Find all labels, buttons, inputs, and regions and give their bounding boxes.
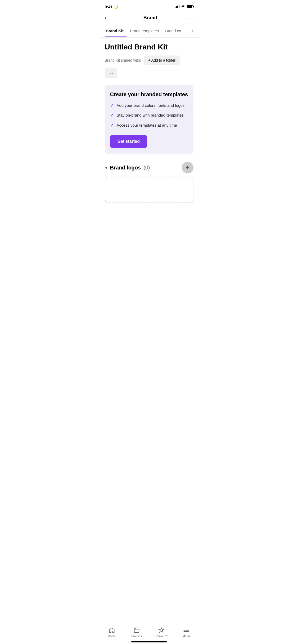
page-title: Untitled Brand Kit	[105, 43, 193, 51]
status-bar: 9:41 🌙	[100, 0, 199, 12]
moon-icon: 🌙	[114, 4, 118, 9]
tab-brand-kit[interactable]: Brand Kit	[105, 24, 127, 37]
get-started-button[interactable]: Get started	[110, 135, 147, 148]
status-time: 9:41	[105, 4, 113, 9]
tab-scroll-chevron[interactable]: ›	[192, 29, 193, 33]
status-icons	[175, 5, 193, 8]
brand-logos-count: (0)	[143, 165, 150, 171]
shared-more-button[interactable]: ···	[105, 68, 117, 78]
promo-list: ✓ Add your brand colors, fonts and logos…	[110, 103, 188, 128]
page-content: Untitled Brand Kit Brand Kit shared with…	[100, 38, 199, 154]
promo-card: Create your branded templates ✓ Add your…	[105, 85, 193, 154]
tab-bar: Brand Kit Brand templates Brand co ›	[100, 24, 199, 38]
promo-list-item: ✓ Add your brand colors, fonts and logos	[110, 103, 188, 109]
tab-brand-templates[interactable]: Brand templates	[127, 24, 162, 37]
add-to-folder-button[interactable]: + Add to a folder	[144, 56, 179, 65]
check-icon-1: ✓	[110, 103, 114, 109]
promo-list-text-3: Access your templates at any time	[117, 122, 177, 128]
section-title-row: ∨ Brand logos (0)	[105, 165, 150, 171]
more-options-button[interactable]: ···	[187, 15, 193, 21]
shared-row: Brand Kit shared with: + Add to a folder…	[105, 56, 193, 78]
wifi-icon	[181, 5, 185, 8]
promo-list-item: ✓ Access your templates at any time	[110, 122, 188, 128]
collapse-chevron-icon[interactable]: ∨	[105, 165, 107, 170]
check-icon-3: ✓	[110, 123, 114, 128]
shared-label: Brand Kit shared with:	[105, 58, 141, 62]
tab-brand-co[interactable]: Brand co	[162, 24, 184, 37]
check-icon-2: ✓	[110, 113, 114, 118]
add-logo-button[interactable]: +	[182, 162, 193, 173]
brand-logos-title: Brand logos	[110, 165, 141, 171]
promo-list-item: ✓ Stay on-brand with branded templates	[110, 112, 188, 118]
nav-header: ‹ Brand ···	[100, 12, 199, 24]
battery-icon	[187, 5, 193, 8]
page-header-title: Brand	[143, 15, 157, 21]
promo-list-text-2: Stay on-brand with branded templates	[117, 112, 184, 118]
signal-icon	[175, 5, 179, 8]
promo-list-text-1: Add your brand colors, fonts and logos	[117, 103, 185, 108]
logo-upload-area[interactable]	[105, 177, 193, 203]
brand-logos-section-header: ∨ Brand logos (0) +	[100, 162, 199, 173]
promo-title: Create your branded templates	[110, 91, 188, 98]
back-button[interactable]: ‹	[105, 15, 113, 21]
